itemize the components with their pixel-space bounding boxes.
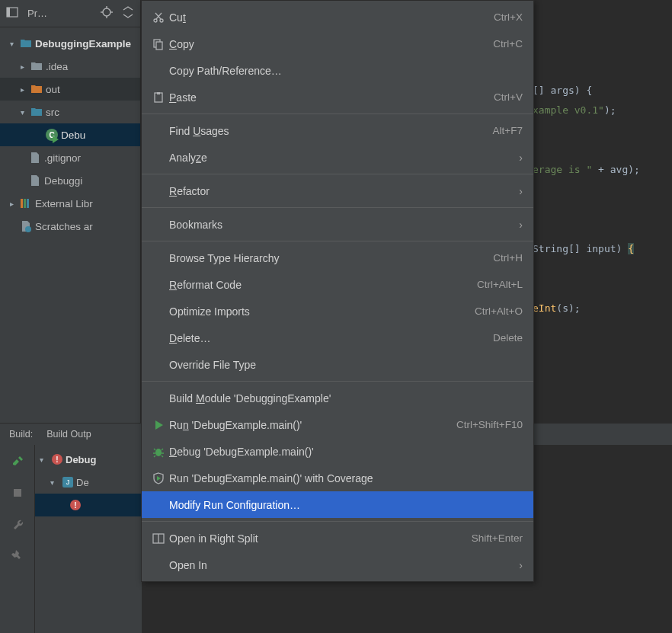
tree-external-libs[interactable]: ▸ External Libr bbox=[0, 192, 140, 215]
shortcut: Alt+F7 bbox=[493, 125, 523, 136]
split-icon bbox=[152, 532, 169, 545]
tree-gitignore[interactable]: .gitignor bbox=[0, 146, 140, 169]
menu-refactor[interactable]: Refactor › bbox=[142, 177, 533, 204]
svg-rect-15 bbox=[156, 42, 162, 50]
menu-separator bbox=[142, 174, 533, 174]
tree-label: out bbox=[46, 84, 60, 95]
menu-find-usages[interactable]: Find Usages Alt+F7 bbox=[142, 117, 533, 144]
tree-label: Debuggi bbox=[44, 175, 82, 187]
menu-label: Paste bbox=[169, 91, 494, 104]
svg-rect-1 bbox=[7, 8, 10, 17]
coverage-icon bbox=[152, 472, 169, 484]
tree-out[interactable]: ▸ out bbox=[0, 78, 140, 101]
build-tree[interactable]: ▾ ! Debug ▾ J De ! bbox=[35, 445, 142, 633]
folder-icon bbox=[30, 60, 43, 72]
tree-idea[interactable]: ▸ .idea bbox=[0, 55, 140, 78]
shortcut: Ctrl+V bbox=[494, 91, 523, 103]
project-tool-icon[interactable] bbox=[6, 6, 18, 21]
tree-label: DebuggingExample bbox=[35, 38, 131, 50]
folder-icon bbox=[30, 83, 43, 95]
shortcut: Ctrl+Alt+O bbox=[475, 305, 523, 317]
menu-label: Reformat Code bbox=[169, 279, 477, 291]
expand-all-icon[interactable] bbox=[122, 6, 134, 21]
menu-coverage[interactable]: Run 'DebugExample.main()' with Coverage bbox=[142, 465, 533, 491]
menu-label: Override File Type bbox=[169, 359, 523, 371]
locate-icon[interactable] bbox=[101, 6, 113, 21]
submenu-arrow-icon: › bbox=[519, 219, 523, 231]
code-brace: { bbox=[628, 243, 634, 254]
svg-point-13 bbox=[160, 19, 163, 22]
build-tab[interactable]: Build Outp bbox=[46, 429, 91, 440]
menu-label: Build Module 'DebuggingExample' bbox=[169, 392, 523, 404]
menu-separator bbox=[142, 381, 533, 382]
pin-icon[interactable] bbox=[11, 549, 24, 564]
menu-label: Open in Right Split bbox=[169, 532, 472, 545]
menu-copy[interactable]: Copy Ctrl+C bbox=[142, 30, 533, 57]
menu-run[interactable]: Run 'DebugExample.main()' Ctrl+Shift+F10 bbox=[142, 411, 533, 438]
menu-separator bbox=[142, 521, 533, 522]
shortcut: Shift+Enter bbox=[472, 532, 523, 544]
tree-scratches[interactable]: Scratches ar bbox=[0, 215, 140, 238]
build-root[interactable]: ▾ ! Debug bbox=[35, 448, 142, 471]
wrench-icon[interactable] bbox=[11, 518, 24, 532]
menu-paste[interactable]: Paste Ctrl+V bbox=[142, 84, 533, 110]
tree-debug-file[interactable]: C Debu bbox=[0, 123, 140, 146]
java-file-icon: J bbox=[62, 477, 73, 488]
bug-icon bbox=[152, 446, 169, 458]
menu-optimize-imports[interactable]: Optimize Imports Ctrl+Alt+O bbox=[142, 298, 533, 324]
build-error-row[interactable]: ! bbox=[35, 494, 142, 516]
project-tree[interactable]: ▾ DebuggingExample ▸ .idea ▸ out ▾ src C… bbox=[0, 27, 140, 242]
menu-label: Refactor bbox=[169, 185, 519, 197]
menu-label: Bookmarks bbox=[169, 219, 519, 231]
menu-label: Find Usages bbox=[169, 125, 493, 137]
build-file[interactable]: ▾ J De bbox=[35, 471, 142, 494]
tree-root[interactable]: ▾ DebuggingExample bbox=[0, 32, 140, 55]
code-line: [] args) { bbox=[533, 85, 592, 96]
menu-browse-hierarchy[interactable]: Browse Type Hierarchy Ctrl+H bbox=[142, 245, 533, 271]
tree-label: .idea bbox=[46, 61, 68, 72]
menu-delete[interactable]: Delete… Delete bbox=[142, 324, 533, 351]
build-file-label: De bbox=[76, 477, 89, 488]
menu-override-type[interactable]: Override File Type bbox=[142, 351, 533, 378]
folder-icon bbox=[20, 37, 32, 50]
chevron-down-icon: ▾ bbox=[40, 456, 49, 464]
menu-cut[interactable]: Cut Ctrl+X bbox=[142, 4, 533, 30]
folder-icon bbox=[30, 106, 43, 118]
menu-debug[interactable]: Debug 'DebugExample.main()' bbox=[142, 438, 533, 465]
menu-copy-path[interactable]: Copy Path/Reference… bbox=[142, 57, 533, 84]
menu-bookmarks[interactable]: Bookmarks › bbox=[142, 211, 533, 238]
hammer-icon[interactable] bbox=[11, 456, 24, 470]
tree-label: Debu bbox=[61, 129, 85, 141]
file-icon bbox=[29, 152, 41, 164]
shortcut: Ctrl+X bbox=[494, 11, 523, 23]
chevron-right-icon: ▸ bbox=[17, 85, 27, 94]
tree-label: src bbox=[46, 107, 59, 118]
menu-modify-run-config[interactable]: Modify Run Configuration… bbox=[142, 491, 533, 518]
chevron-down-icon: ▾ bbox=[50, 478, 59, 487]
tree-iml[interactable]: Debuggi bbox=[0, 169, 140, 192]
tree-src[interactable]: ▾ src bbox=[0, 101, 140, 123]
menu-open-in[interactable]: Open In › bbox=[142, 551, 533, 578]
menu-analyze[interactable]: Analyze › bbox=[142, 144, 533, 171]
svg-rect-17 bbox=[157, 92, 160, 94]
submenu-arrow-icon: › bbox=[519, 185, 523, 197]
code-text: String[] input) bbox=[533, 243, 628, 254]
shortcut: Ctrl+H bbox=[493, 252, 523, 264]
cut-icon bbox=[152, 11, 169, 24]
code-text: ); bbox=[604, 104, 616, 116]
build-root-label: Debug bbox=[66, 454, 96, 465]
menu-label: Open In bbox=[169, 559, 519, 571]
build-label: Build: bbox=[9, 429, 33, 440]
scratch-icon bbox=[20, 220, 32, 232]
svg-rect-11 bbox=[14, 489, 21, 497]
stop-icon[interactable] bbox=[11, 487, 24, 501]
menu-build-module[interactable]: Build Module 'DebuggingExample' bbox=[142, 385, 533, 411]
editor[interactable]: [] args) { xample v0.1"); erage is " + a… bbox=[530, 0, 672, 423]
chevron-down-icon: ▾ bbox=[17, 108, 27, 117]
menu-open-split[interactable]: Open in Right Split Shift+Enter bbox=[142, 525, 533, 551]
code-fn: eInt bbox=[533, 302, 556, 314]
menu-label: Debug 'DebugExample.main()' bbox=[169, 446, 523, 458]
svg-rect-7 bbox=[21, 199, 23, 208]
menu-reformat[interactable]: Reformat Code Ctrl+Alt+L bbox=[142, 271, 533, 298]
menu-label: Delete… bbox=[169, 332, 493, 344]
